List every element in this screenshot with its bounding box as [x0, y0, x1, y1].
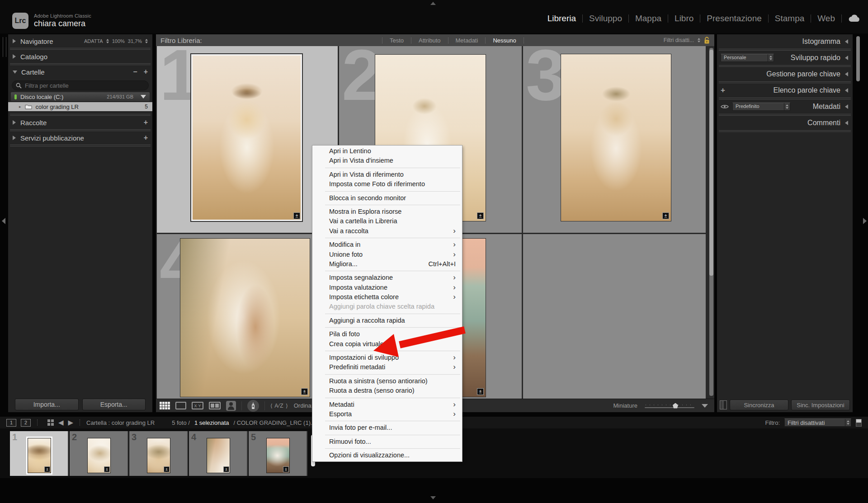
menu-impostazioni-di-sviluppo[interactable]: Impostazioni di sviluppo	[312, 353, 462, 362]
grid-view-shortcut-icon[interactable]	[47, 419, 54, 426]
grid-cell-4[interactable]: 4	[157, 234, 338, 399]
export-button[interactable]: Esporta...	[82, 399, 146, 410]
saved-preset-dropdown[interactable]: Personale	[721, 54, 774, 62]
sync-button[interactable]: Sincronizza	[730, 400, 788, 410]
metadata-eye-icon[interactable]	[721, 104, 729, 109]
toolbar-options-chevron-icon[interactable]	[702, 404, 708, 408]
catalog-header[interactable]: Catalogo	[8, 50, 152, 63]
menu-metadati[interactable]: Metadati	[312, 400, 462, 409]
folder-row-selected[interactable]: ▸ color grading LR 5	[8, 102, 152, 111]
filmstrip-cell-4[interactable]: 4	[189, 431, 248, 476]
menu-aggiungi-raccolta-rapida[interactable]: Aggiungi a raccolta rapida	[312, 316, 462, 325]
filter-preset[interactable]: Filtri disatti...	[664, 37, 694, 43]
zoom-100[interactable]: 100%	[112, 38, 125, 44]
filter-lock-icon[interactable]	[704, 37, 710, 44]
sync-toggle-icon[interactable]	[720, 400, 727, 409]
collapse-filmstrip-icon[interactable]	[430, 496, 436, 499]
filmstrip-cell-1[interactable]: 1	[10, 431, 69, 476]
collapse-left-panel-icon[interactable]	[2, 218, 5, 224]
folder-search[interactable]	[12, 80, 149, 90]
add-keyword-button[interactable]: +	[721, 86, 725, 95]
menu-predefiniti-metadati[interactable]: Predefiniti metadati	[312, 362, 462, 372]
menu-apri-in-lentino[interactable]: Apri in Lentino	[312, 146, 462, 156]
navigator-header[interactable]: Navigatore ADATTA 100% 31,7%	[8, 34, 152, 48]
photo-4[interactable]	[180, 238, 310, 397]
menu-invia-foto-email[interactable]: Invia foto per e-mail...	[312, 423, 462, 432]
volume-collapse-icon[interactable]	[141, 95, 146, 99]
go-forward-icon[interactable]: ▶	[68, 418, 74, 427]
compare-view-icon[interactable]: XY	[192, 402, 203, 409]
filmstrip-thumb-5[interactable]	[266, 438, 290, 473]
menu-blocca-secondo-monitor[interactable]: Blocca in secondo monitor	[312, 193, 462, 203]
filter-tab-testo[interactable]: Testo	[382, 37, 411, 44]
photo-3[interactable]	[561, 54, 671, 221]
remove-folder-button[interactable]: −	[133, 68, 137, 76]
menu-modifica-in[interactable]: Modifica in	[312, 240, 462, 249]
menu-ruota-destra[interactable]: Ruota a destra (senso orario)	[312, 386, 462, 395]
menu-vai-cartella-libreria[interactable]: Vai a cartella in Libreria	[312, 216, 462, 226]
filmstrip-thumb-2[interactable]	[87, 438, 111, 473]
menu-migliora[interactable]: Migliora... Ctrl+Alt+I	[312, 259, 462, 269]
menu-imposta-valutazione[interactable]: Imposta valutazione	[312, 283, 462, 292]
menu-imposta-foto-riferimento[interactable]: Imposta come Foto di riferimento	[312, 179, 462, 189]
metadata-preset-dropdown[interactable]: Predefinito	[732, 103, 790, 111]
menu-pila-di-foto[interactable]: Pila di foto	[312, 329, 462, 339]
adjustment-badge-icon[interactable]	[662, 212, 669, 219]
adjustment-badge-icon[interactable]	[477, 212, 484, 219]
collapse-right-panel-icon[interactable]	[863, 218, 867, 224]
sync-settings-button[interactable]: Sinc. Impostazioni	[791, 400, 850, 410]
filter-preset-spinner-icon[interactable]	[698, 38, 700, 42]
module-web[interactable]: Web	[811, 14, 841, 24]
zoom-spinner-icon[interactable]	[145, 39, 148, 43]
breadcrumb-folder[interactable]: Cartella : color grading LR	[86, 419, 155, 426]
menu-imposta-segnalazione[interactable]: Imposta segnalazione	[312, 273, 462, 282]
folders-header[interactable]: Cartelle − +	[8, 65, 152, 79]
keywording-header[interactable]: Gestione parole chiave	[717, 67, 853, 81]
histogram-header[interactable]: Istogramma	[717, 34, 853, 49]
import-button[interactable]: Importa...	[15, 399, 79, 410]
filter-tab-attributo[interactable]: Attributo	[411, 37, 448, 44]
comments-header[interactable]: Commenti	[717, 116, 853, 130]
grid-scrollbar-thumb[interactable]	[709, 50, 713, 276]
menu-vai-a-raccolta[interactable]: Vai a raccolta	[312, 226, 462, 236]
fit-spinner-icon[interactable]	[106, 39, 109, 43]
cloud-sync-icon[interactable]	[848, 14, 860, 23]
filter-tab-nessuno[interactable]: Nessuno	[486, 37, 523, 44]
folder-search-input[interactable]	[25, 82, 129, 89]
filter-tab-metadati[interactable]: Metadati	[448, 37, 486, 44]
filmstrip-thumb-4[interactable]	[207, 438, 230, 473]
menu-ruota-sinistra[interactable]: Ruota a sinistra (senso antiorario)	[312, 376, 462, 386]
publish-services-header[interactable]: Servizi pubblicazione +	[8, 131, 152, 145]
metadata-header[interactable]: Predefinito Metadati	[717, 99, 853, 114]
adjustment-badge-icon[interactable]	[293, 212, 300, 219]
loupe-view-icon[interactable]	[175, 402, 186, 409]
filmstrip-filter-dropdown[interactable]: Filtri disattivati	[784, 418, 851, 427]
sort-direction-icon[interactable]: ⟨ A⁄Z ⟩	[270, 403, 288, 409]
fit-mode[interactable]: ADATTA	[84, 38, 103, 44]
painter-spray-icon[interactable]	[247, 400, 259, 412]
add-publish-service-button[interactable]: +	[144, 134, 148, 142]
menu-unione-foto[interactable]: Unione foto	[312, 250, 462, 259]
survey-view-icon[interactable]	[209, 402, 221, 409]
menu-apri-vista-insieme[interactable]: Apri in Vista d'insieme	[312, 156, 462, 165]
menu-crea-copia-virtuale[interactable]: Crea copia virtuale	[312, 339, 462, 349]
module-mappa[interactable]: Mappa	[629, 14, 668, 24]
grid-cell-3[interactable]: 3	[523, 46, 706, 233]
filmstrip-filter-switch[interactable]	[856, 419, 862, 427]
grid-cell-1[interactable]: 1	[157, 46, 338, 233]
grid-view-icon[interactable]	[160, 402, 170, 409]
module-libro[interactable]: Libro	[668, 14, 700, 24]
module-libreria[interactable]: Libreria	[541, 14, 582, 24]
menu-apri-vista-riferimento[interactable]: Apri in Vista di riferimento	[312, 170, 462, 179]
adjustment-badge-icon[interactable]	[301, 388, 308, 395]
menu-opzioni-visualizzazione[interactable]: Opzioni di visualizzazione...	[312, 451, 462, 460]
collapse-top-panel-icon[interactable]	[430, 2, 436, 5]
people-view-icon[interactable]	[226, 401, 236, 411]
quick-develop-header[interactable]: Personale Sviluppo rapido	[717, 51, 853, 65]
module-sviluppo[interactable]: Sviluppo	[583, 14, 628, 24]
photo-1[interactable]	[191, 54, 302, 221]
menu-mostra-esplora-risorse[interactable]: Mostra in Esplora risorse	[312, 207, 462, 216]
filmstrip-cell-3[interactable]: 3	[129, 431, 188, 476]
menu-esporta[interactable]: Esporta	[312, 409, 462, 419]
adjustment-badge-icon[interactable]	[477, 388, 484, 395]
